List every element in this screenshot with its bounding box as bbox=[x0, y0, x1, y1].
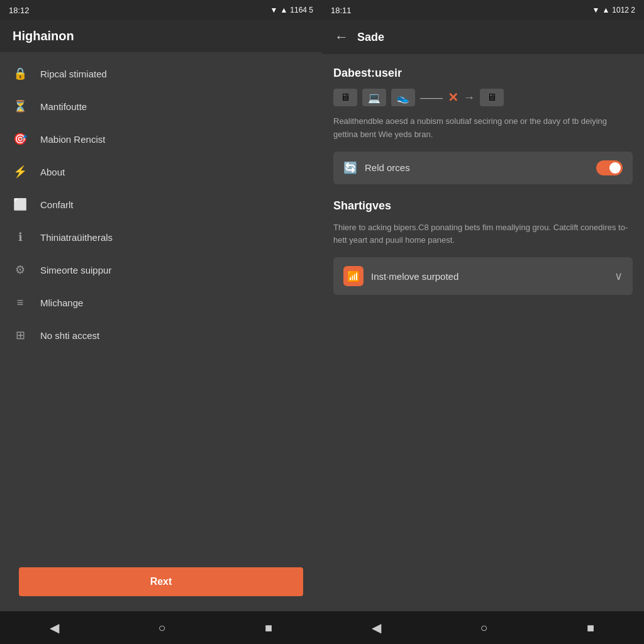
grid-icon: ⊞ bbox=[13, 328, 28, 343]
toggle-row[interactable]: 🔄 Reld orces bbox=[333, 152, 633, 184]
wifi-signal-icon: ▼ bbox=[270, 6, 278, 14]
right-nav-bar: ◀ ○ ■ bbox=[322, 611, 644, 644]
flow-icon-2: 💻 bbox=[362, 89, 386, 106]
menu-item-about[interactable]: ⚡ About bbox=[0, 155, 322, 188]
right-home-button[interactable]: ○ bbox=[480, 621, 487, 635]
dropdown-label: Inst·melove surpoted bbox=[371, 271, 458, 282]
menu-item-9[interactable]: ⊞ No shti accest bbox=[0, 319, 322, 352]
menu-item-3[interactable]: 🎯 Mabion Rencist bbox=[0, 123, 322, 155]
right-phone: 18:11 ▼ ▲ 1012 2 ← Sade Dabest:useir 🖥 💻… bbox=[322, 0, 644, 644]
next-button[interactable]: Rext bbox=[19, 567, 303, 596]
right-status-bar: 18:11 ▼ ▲ 1012 2 bbox=[322, 0, 644, 20]
flow-icon-4: 🖥 bbox=[480, 89, 504, 106]
menu-icon-1: 🔒 bbox=[13, 66, 28, 81]
recents-button[interactable]: ■ bbox=[265, 621, 272, 635]
flow-dash: —— bbox=[420, 91, 443, 104]
menu-label-9: No shti accest bbox=[40, 330, 99, 341]
left-nav-bar: ◀ ○ ■ bbox=[0, 611, 322, 644]
section2-title: Shartigves bbox=[333, 199, 633, 213]
menu-item-5[interactable]: ⬜ Confarlt bbox=[0, 188, 322, 221]
back-button[interactable]: ◀ bbox=[50, 620, 59, 635]
home-button[interactable]: ○ bbox=[158, 621, 165, 635]
menu-item-8[interactable]: ≡ Mlichange bbox=[0, 286, 322, 319]
wifi-icon: 📶 bbox=[347, 270, 360, 282]
section1-desc: Realithendble aoesd a nubism solutiaf se… bbox=[333, 115, 633, 142]
right-recents-button[interactable]: ■ bbox=[587, 621, 594, 635]
cell-signal-icon: ▲ bbox=[280, 6, 287, 14]
left-status-icons: ▼ ▲ 1164 5 bbox=[270, 6, 313, 14]
menu-label-8: Mlichange bbox=[40, 297, 83, 308]
right-content: Dabest:useir 🖥 💻 👟 —— ✕ → 🖥 Realithendbl… bbox=[322, 54, 644, 611]
refresh-icon: 🔄 bbox=[343, 161, 357, 175]
menu-item-1[interactable]: 🔒 Ripcal stimiated bbox=[0, 57, 322, 90]
section2-desc: Thiere to acking bipers.C8 ponating bets… bbox=[333, 221, 633, 248]
flow-arrow-right: → bbox=[464, 91, 475, 104]
dropdown-left: 📶 Inst·melove surpoted bbox=[343, 266, 458, 286]
menu-item-6[interactable]: ℹ Thiniatraüitherals bbox=[0, 221, 322, 253]
right-network-label: 1012 2 bbox=[612, 6, 635, 14]
left-app-header: Highainon bbox=[0, 20, 322, 52]
menu-label-2: Mantifoutte bbox=[40, 101, 87, 112]
right-cell-signal-icon: ▲ bbox=[602, 6, 609, 14]
toggle-row-left: 🔄 Reld orces bbox=[343, 161, 410, 175]
right-status-time: 18:11 bbox=[331, 6, 352, 15]
flow-icon-1: 🖥 bbox=[333, 89, 357, 106]
flow-icon-3: 👟 bbox=[391, 89, 415, 106]
menu-icon-3: 🎯 bbox=[13, 131, 28, 147]
chevron-down-icon: ∨ bbox=[614, 269, 623, 283]
left-bottom-area: Rext bbox=[0, 555, 322, 611]
toggle-switch[interactable] bbox=[596, 160, 623, 175]
left-app-title: Highainon bbox=[13, 29, 74, 43]
left-status-time: 18:12 bbox=[9, 6, 30, 15]
menu-label-3: Mabion Rencist bbox=[40, 134, 105, 145]
menu-icon-5: ⬜ bbox=[13, 197, 28, 212]
flow-x-icon: ✕ bbox=[448, 90, 458, 105]
right-app-title: Sade bbox=[357, 31, 384, 44]
flow-icons-row: 🖥 💻 👟 —— ✕ → 🖥 bbox=[333, 89, 633, 106]
section1-title: Dabest:useir bbox=[333, 67, 633, 80]
list-icon: ≡ bbox=[13, 295, 28, 310]
left-menu-list: 🔒 Ripcal stimiated ⏳ Mantifoutte 🎯 Mabio… bbox=[0, 52, 322, 555]
network-label: 1164 5 bbox=[290, 6, 313, 14]
right-status-icons: ▼ ▲ 1012 2 bbox=[592, 6, 635, 14]
back-arrow-button[interactable]: ← bbox=[335, 29, 348, 45]
menu-item-7[interactable]: ⚙ Simeorte suippur bbox=[0, 253, 322, 286]
right-app-header: ← Sade bbox=[322, 20, 644, 54]
menu-label-about: About bbox=[40, 167, 65, 177]
bolt-icon: ⚡ bbox=[13, 164, 28, 179]
settings-icon: ⚙ bbox=[13, 262, 28, 277]
info-icon: ℹ bbox=[13, 230, 28, 245]
right-wifi-signal-icon: ▼ bbox=[592, 6, 600, 14]
toggle-label: Reld orces bbox=[365, 162, 410, 173]
menu-item-2[interactable]: ⏳ Mantifoutte bbox=[0, 90, 322, 123]
menu-icon-2: ⏳ bbox=[13, 99, 28, 114]
right-back-button[interactable]: ◀ bbox=[372, 620, 381, 635]
left-status-bar: 18:12 ▼ ▲ 1164 5 bbox=[0, 0, 322, 20]
dropdown-row[interactable]: 📶 Inst·melove surpoted ∨ bbox=[333, 257, 633, 295]
left-phone: 18:12 ▼ ▲ 1164 5 Highainon 🔒 Ripcal stim… bbox=[0, 0, 322, 644]
menu-label-5: Confarlt bbox=[40, 199, 74, 210]
wifi-icon-box: 📶 bbox=[343, 266, 364, 286]
menu-label-1: Ripcal stimiated bbox=[40, 69, 107, 79]
menu-label-7: Simeorte suippur bbox=[40, 265, 111, 275]
menu-label-6: Thiniatraüitherals bbox=[40, 232, 113, 243]
